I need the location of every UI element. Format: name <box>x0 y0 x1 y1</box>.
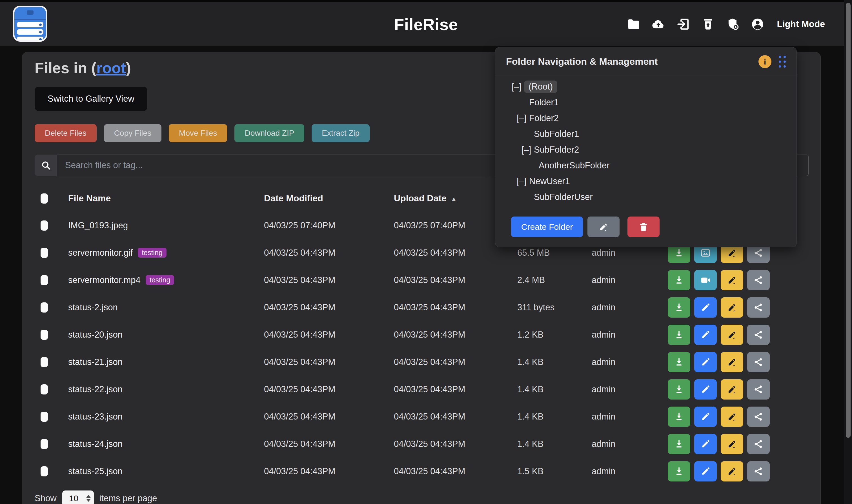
edit-file-button[interactable] <box>694 325 717 345</box>
date-modified: 04/03/25 04:43PM <box>264 357 394 367</box>
row-checkbox[interactable] <box>40 220 48 231</box>
download-button[interactable] <box>668 379 690 399</box>
share-button[interactable] <box>747 325 770 345</box>
folder-label[interactable]: Folder2 <box>529 113 559 123</box>
share-button[interactable] <box>747 461 770 482</box>
folder-tree-item[interactable]: [–]Folder2 <box>495 110 797 126</box>
drag-handle-icon[interactable] <box>779 56 786 68</box>
share-button[interactable] <box>747 407 770 427</box>
folder-tree-item[interactable]: [–]NewUser1 <box>495 174 797 189</box>
account-icon[interactable] <box>750 16 765 32</box>
share-button[interactable] <box>747 434 770 454</box>
root-folder-link[interactable]: root <box>97 59 126 76</box>
items-per-page-select[interactable]: 10 <box>62 490 94 504</box>
folder-navigation-panel: Folder Navigation & Management i [–](Roo… <box>495 47 797 247</box>
folder-tree-item[interactable]: AnotherSubFolder <box>495 158 797 174</box>
folder-tree-item[interactable]: [–](Root) <box>495 79 797 95</box>
folder-tree: [–](Root)Folder1[–]Folder2SubFolder1[–]S… <box>495 76 797 205</box>
share-button[interactable] <box>747 270 770 290</box>
download-button[interactable] <box>668 325 690 345</box>
folder-label[interactable]: AnotherSubFolder <box>539 161 610 170</box>
edit-file-button[interactable] <box>694 407 717 427</box>
rename-button[interactable] <box>721 270 743 290</box>
select-all-checkbox[interactable] <box>40 194 48 203</box>
folder-tree-item[interactable]: SubFolderUser <box>495 189 797 205</box>
share-button[interactable] <box>747 379 770 399</box>
folder-label[interactable]: Folder1 <box>529 97 559 108</box>
video-preview-button[interactable] <box>694 270 717 290</box>
row-checkbox[interactable] <box>40 330 48 340</box>
search-icon <box>35 155 57 176</box>
copy-files-button[interactable]: Copy Files <box>104 124 161 142</box>
edit-file-button[interactable] <box>694 379 717 399</box>
row-checkbox[interactable] <box>40 384 48 394</box>
switch-gallery-view-button[interactable]: Switch to Gallery View <box>35 87 147 111</box>
row-checkbox[interactable] <box>40 248 48 258</box>
window-top-strip <box>0 0 852 2</box>
scrollbar-track[interactable] <box>844 0 852 504</box>
date-modified: 04/03/25 04:43PM <box>264 275 394 285</box>
row-checkbox[interactable] <box>40 439 48 449</box>
folder-label[interactable]: SubFolderUser <box>534 192 592 202</box>
scrollbar-thumb[interactable] <box>846 3 851 438</box>
rename-button[interactable] <box>721 461 743 482</box>
folder-icon[interactable] <box>626 16 642 32</box>
rename-button[interactable] <box>721 379 743 399</box>
delete-files-button[interactable]: Delete Files <box>35 124 97 142</box>
edit-file-button[interactable] <box>694 461 717 482</box>
folder-panel-title: Folder Navigation & Management <box>506 56 658 67</box>
extract-files-button[interactable]: Extract Zip <box>312 124 370 142</box>
collapse-toggle[interactable]: [–] <box>517 113 529 123</box>
row-checkbox[interactable] <box>40 275 48 285</box>
file-size: 311 bytes <box>517 302 592 312</box>
collapse-toggle[interactable]: [–] <box>522 145 534 155</box>
share-button[interactable] <box>747 352 770 372</box>
file-name: IMG_0193.jpeg <box>68 220 128 231</box>
download-button[interactable] <box>668 461 690 482</box>
row-checkbox[interactable] <box>40 466 48 476</box>
share-button[interactable] <box>747 297 770 318</box>
light-mode-toggle[interactable]: Light Mode <box>777 19 825 29</box>
rename-button[interactable] <box>721 297 743 318</box>
column-header-date-modified[interactable]: Date Modified <box>264 193 394 203</box>
download-button[interactable] <box>668 434 690 454</box>
download-button[interactable] <box>668 407 690 427</box>
folder-tree-item[interactable]: Folder1 <box>495 95 797 110</box>
app-logo[interactable] <box>13 6 47 42</box>
collapse-toggle[interactable]: [–] <box>512 82 524 92</box>
info-icon[interactable]: i <box>759 55 771 68</box>
folder-tree-item[interactable]: [–]SubFolder2 <box>495 142 797 158</box>
delete-folder-button[interactable] <box>627 217 660 237</box>
folder-tree-item[interactable]: SubFolder1 <box>495 126 797 142</box>
download-button[interactable] <box>668 270 690 290</box>
table-row: status-23.json04/03/25 04:43PM04/03/25 0… <box>22 403 820 430</box>
rename-button[interactable] <box>721 434 743 454</box>
folder-label[interactable]: (Root) <box>524 80 557 93</box>
row-checkbox[interactable] <box>40 412 48 422</box>
folder-label[interactable]: SubFolder2 <box>534 145 579 155</box>
rename-folder-button[interactable] <box>588 217 620 237</box>
zip-files-button[interactable]: Download ZIP <box>234 124 304 142</box>
folder-label[interactable]: SubFolder1 <box>534 129 579 139</box>
download-button[interactable] <box>668 352 690 372</box>
rename-button[interactable] <box>721 325 743 345</box>
edit-file-button[interactable] <box>694 434 717 454</box>
cloud-upload-icon[interactable] <box>650 16 666 32</box>
logout-icon[interactable] <box>675 16 691 32</box>
restore-trash-icon[interactable] <box>700 16 716 32</box>
rename-button[interactable] <box>721 352 743 372</box>
download-button[interactable] <box>668 297 690 318</box>
file-size: 1.4 KB <box>517 439 592 449</box>
rename-button[interactable] <box>721 407 743 427</box>
row-checkbox[interactable] <box>40 302 48 312</box>
collapse-toggle[interactable]: [–] <box>517 176 529 186</box>
folder-label[interactable]: NewUser1 <box>529 176 570 186</box>
row-checkbox[interactable] <box>40 357 48 367</box>
edit-file-button[interactable] <box>694 297 717 318</box>
edit-file-button[interactable] <box>694 352 717 372</box>
column-header-file-name[interactable]: File Name <box>68 193 264 203</box>
page-title: Files in (root) <box>35 59 131 77</box>
create-folder-button[interactable]: Create Folder <box>511 217 583 237</box>
move-files-button[interactable]: Move Files <box>169 124 227 142</box>
user-shield-icon[interactable] <box>725 16 741 32</box>
